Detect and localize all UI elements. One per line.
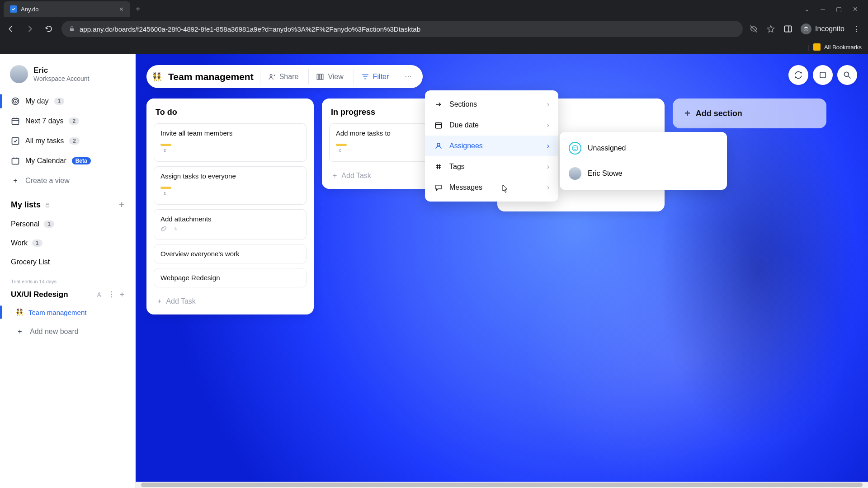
add-section-button[interactable]: + Add section [673, 99, 826, 128]
add-section-label: Add section [696, 109, 742, 118]
task-card[interactable]: Overview everyone's work [154, 244, 307, 263]
plus-icon: + [157, 297, 161, 305]
label: Add new board [30, 328, 79, 336]
plus-icon: + [15, 327, 24, 336]
add-task-button[interactable]: + Add Task [154, 292, 307, 307]
label: Tags [449, 163, 465, 171]
all-bookmarks-link[interactable]: All Bookmarks [824, 44, 862, 51]
more-icon[interactable]: ⋮ [108, 290, 115, 299]
forward-button[interactable] [24, 25, 36, 33]
svg-point-18 [270, 74, 272, 76]
nav-create-view[interactable]: + Create a view [6, 172, 129, 190]
board-emoji: 👯 [15, 308, 24, 316]
filter-dropdown: Sections › Due date › Assignees › Tags ›… [425, 90, 558, 202]
filter-button[interactable]: Filter [354, 69, 396, 84]
board-toolbar: 👯 Team management Share View Filter ⋯ [146, 65, 423, 88]
address-right: Incognito ⋮ [749, 23, 863, 34]
assignee-unassigned[interactable]: Unassigned [560, 136, 727, 161]
panel-icon[interactable] [783, 24, 793, 33]
bookmark-star-icon[interactable] [766, 24, 775, 33]
filter-messages[interactable]: Messages › [425, 177, 558, 198]
tab-dropdown-icon[interactable]: ⌄ [804, 5, 810, 13]
plus-icon: + [684, 108, 690, 119]
chevron-right-icon: › [547, 142, 549, 150]
task-card[interactable]: Add attachments [154, 209, 307, 239]
task-card[interactable]: Assign tasks to everyone [154, 166, 307, 205]
url-field[interactable]: app.any.do/boards/f245600a-28f0-4892-8fe… [61, 21, 743, 37]
toolbar-more-button[interactable]: ⋯ [399, 69, 417, 84]
horizontal-scrollbar[interactable] [136, 482, 868, 488]
calendar-icon [11, 156, 20, 165]
board-team-management[interactable]: 👯 Team management [6, 304, 129, 321]
subtask-icon [174, 225, 180, 232]
sync-button[interactable] [788, 65, 808, 85]
expand-button[interactable] [813, 65, 833, 85]
filter-label: Filter [373, 73, 389, 81]
filter-assignees[interactable]: Assignees › [425, 136, 558, 156]
task-card[interactable]: Invite all team members [154, 123, 307, 162]
profile-section[interactable]: Eric Workspace Account [6, 62, 129, 90]
svg-point-31 [437, 143, 440, 146]
people-icon [97, 291, 103, 298]
task-card[interactable]: Webpage Redesign [154, 268, 307, 287]
nav-label: All my tasks [25, 137, 64, 145]
search-button[interactable] [837, 65, 857, 85]
nav-next-7-days[interactable]: Next 7 days 2 [6, 112, 129, 130]
calendar-week-icon [11, 117, 20, 126]
view-button[interactable]: View [308, 69, 350, 84]
browser-menu-icon[interactable]: ⋮ [853, 25, 860, 33]
workspace-item[interactable]: UX/UI Redesign ⋮ + [6, 287, 129, 302]
filter-due-date[interactable]: Due date › [425, 115, 558, 136]
svg-point-7 [15, 101, 16, 102]
tab-title: Any.do [21, 6, 39, 13]
beta-badge: Beta [72, 157, 91, 164]
nav-all-tasks[interactable]: All my tasks 2 [6, 132, 129, 150]
filter-tags[interactable]: Tags › [425, 156, 558, 177]
svg-rect-20 [320, 74, 321, 80]
add-list-button[interactable]: + [119, 200, 124, 210]
card-title: Invite all team members [160, 129, 300, 137]
scrollbar-thumb[interactable] [141, 483, 863, 487]
chat-icon [434, 183, 443, 192]
plus-icon: + [333, 172, 337, 180]
cursor-icon [502, 184, 508, 193]
list-personal[interactable]: Personal 1 [6, 216, 129, 233]
maximize-icon[interactable]: ▢ [836, 5, 842, 13]
svg-rect-29 [435, 123, 442, 128]
nav-my-day[interactable]: My day 1 [6, 92, 129, 110]
browser-tab[interactable]: Any.do ✕ [4, 1, 130, 17]
plus-icon: + [11, 176, 20, 185]
chevron-right-icon: › [547, 121, 549, 129]
add-new-board[interactable]: + Add new board [6, 323, 129, 341]
svg-point-37 [574, 147, 574, 148]
list-work[interactable]: Work 1 [6, 235, 129, 252]
eye-off-icon[interactable] [749, 24, 758, 33]
close-window-icon[interactable]: ✕ [853, 5, 858, 13]
yellow-tag-icon [160, 187, 171, 189]
workspace-name: UX/UI Redesign [11, 290, 68, 299]
list-label: Personal [11, 220, 39, 228]
add-icon[interactable]: + [120, 290, 124, 299]
chevron-right-icon: › [547, 100, 549, 108]
back-button[interactable] [5, 25, 17, 33]
minimize-icon[interactable]: ─ [821, 5, 825, 13]
list-label: Grocery List [11, 258, 50, 266]
incognito-indicator[interactable]: Incognito [801, 23, 844, 34]
avatar [10, 65, 28, 83]
share-button[interactable]: Share [260, 69, 306, 84]
main-board-area: 👯 Team management Share View Filter ⋯ [136, 54, 868, 488]
target-icon [11, 97, 20, 106]
attachment-icon [160, 225, 167, 232]
list-grocery[interactable]: Grocery List [6, 253, 129, 271]
nav-my-calendar[interactable]: My Calendar Beta [6, 152, 129, 170]
reload-button[interactable] [42, 25, 55, 33]
view-label: View [328, 73, 343, 81]
svg-rect-21 [322, 74, 323, 80]
filter-sections[interactable]: Sections › [425, 94, 558, 115]
tab-close-icon[interactable]: ✕ [119, 6, 124, 13]
assignee-eric-stowe[interactable]: Eric Stowe [560, 161, 727, 186]
column-todo: To do Invite all team members Assign tas… [146, 99, 314, 314]
subtask-icon [163, 191, 170, 197]
new-tab-button[interactable]: + [136, 5, 141, 14]
card-title: Webpage Redesign [160, 274, 300, 282]
